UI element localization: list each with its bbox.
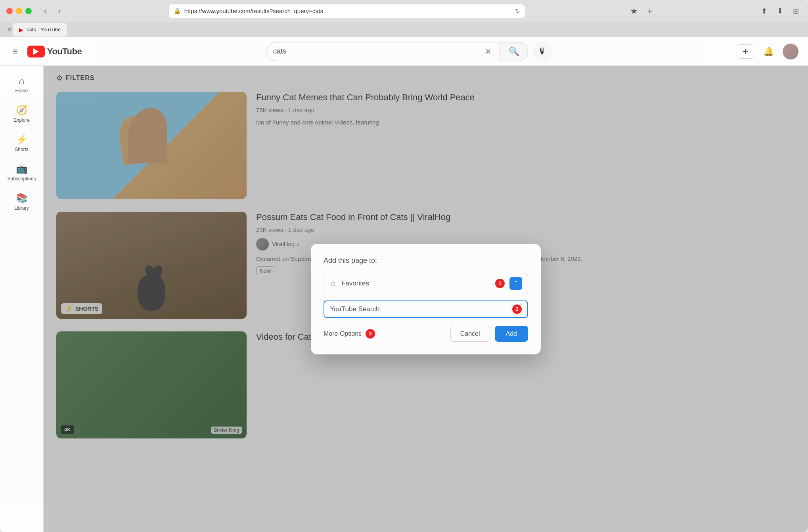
url-bar[interactable]: 🔒 https://www.youtube.com/results?search… — [168, 4, 525, 18]
hamburger-menu-button[interactable]: ≡ — [10, 43, 21, 60]
forward-button[interactable]: › — [54, 6, 65, 17]
cancel-button[interactable]: Cancel — [450, 326, 490, 342]
sidebar-shorts-label: Shorts — [15, 147, 29, 152]
explore-icon: 🧭 — [16, 105, 28, 116]
modal-overlay[interactable]: Add this page to: ☆ Favorites 1 ⌃ YouTub… — [44, 66, 808, 532]
browser-tab-bar: ✕ ▶ cats - YouTube — [0, 22, 808, 37]
search-submit-button[interactable]: 🔍 — [500, 42, 528, 61]
modal-actions: More Options 3 Cancel Add — [324, 326, 528, 342]
star-icon: ☆ — [329, 279, 337, 288]
sidebar-home-label: Home — [15, 88, 28, 94]
tab-favicon: ▶ — [19, 27, 23, 33]
create-video-button[interactable]: + — [737, 44, 754, 59]
modal-title: Add this page to: — [324, 256, 528, 265]
user-avatar[interactable] — [783, 44, 798, 59]
traffic-lights — [6, 8, 32, 14]
maximize-traffic-light[interactable] — [25, 8, 32, 14]
library-icon: 📚 — [16, 193, 28, 204]
yt-logo[interactable]: YouTube — [27, 46, 82, 57]
favorites-dropdown[interactable]: ☆ Favorites 1 ⌃ — [324, 273, 528, 294]
sidebar-subscriptions-label: Subscriptions — [7, 176, 36, 182]
shorts-icon: ⚡ — [16, 134, 28, 145]
youtube-app: ≡ YouTube ✕ 🔍 🎙 + 🔔 — [0, 37, 808, 532]
url-text[interactable]: https://www.youtube.com/results?search_q… — [184, 8, 324, 14]
tab-sidebar-toggle[interactable]: ✕ — [6, 27, 13, 33]
sidebar-item-subscriptions[interactable]: 📺 Subscriptions — [4, 159, 40, 186]
browser-titlebar: ‹ › 🔒 https://www.youtube.com/results?se… — [0, 0, 808, 22]
header-actions: + 🔔 — [737, 42, 798, 61]
tab-title: cats - YouTube — [27, 27, 61, 33]
sidebar-item-library[interactable]: 📚 Library — [4, 188, 40, 216]
active-tab[interactable]: ▶ cats - YouTube — [13, 23, 67, 36]
step-3-badge: 3 — [366, 329, 375, 339]
bookmark-name-input-wrapper[interactable]: YouTube Search 2 — [324, 300, 528, 318]
modal-dialog: Add this page to: ☆ Favorites 1 ⌃ YouTub… — [311, 244, 541, 354]
lock-icon: 🔒 — [174, 8, 181, 15]
yt-logo-icon — [27, 46, 45, 57]
browser-nav: ‹ › — [40, 6, 65, 17]
sidebar-item-explore[interactable]: 🧭 Explore — [4, 100, 40, 128]
yt-header: ≡ YouTube ✕ 🔍 🎙 + 🔔 — [0, 37, 808, 66]
sidebar-library-label: Library — [14, 205, 29, 211]
search-input[interactable] — [273, 47, 483, 55]
browser-window: ‹ › 🔒 https://www.youtube.com/results?se… — [0, 0, 808, 532]
bookmark-icon[interactable]: ★ — [628, 6, 640, 17]
reload-icon[interactable]: ↻ — [515, 8, 520, 15]
modal-button-group: Cancel Add — [450, 326, 528, 342]
close-traffic-light[interactable] — [6, 8, 13, 14]
sidebar-item-home[interactable]: ⌂ Home — [4, 71, 40, 98]
more-options-button[interactable]: More Options 3 — [324, 329, 375, 339]
voice-search-button[interactable]: 🎙 — [533, 42, 552, 61]
sidebar-item-shorts[interactable]: ⚡ Shorts — [4, 129, 40, 157]
bookmark-name-row: YouTube Search 2 — [324, 300, 528, 318]
search-bar: ✕ 🔍 🎙 — [266, 42, 552, 61]
download-icon[interactable]: ⬇ — [775, 6, 786, 17]
home-icon: ⌂ — [19, 75, 25, 86]
more-options-label: More Options — [324, 330, 362, 337]
sidebar-explore-label: Explore — [13, 117, 30, 123]
share-icon[interactable]: ⬆ — [759, 6, 770, 17]
favorites-label: Favorites — [341, 279, 490, 287]
yt-logo-text: YouTube — [47, 46, 82, 57]
search-input-wrap: ✕ — [266, 42, 500, 61]
notifications-button[interactable]: 🔔 — [759, 42, 778, 61]
dropdown-arrow-icon[interactable]: ⌃ — [509, 277, 522, 290]
step-1-badge: 1 — [495, 279, 505, 288]
add-tab-button[interactable]: ＋ — [644, 6, 655, 17]
step-2-badge: 2 — [512, 304, 522, 314]
back-button[interactable]: ‹ — [40, 6, 51, 17]
search-clear-button[interactable]: ✕ — [483, 45, 493, 58]
yt-content: ⚙ FILTERS Funny Cat Memes that Ca — [44, 66, 808, 532]
sidebar: ⌂ Home 🧭 Explore ⚡ Shorts 📺 Subscription… — [0, 66, 44, 532]
add-button[interactable]: Add — [495, 326, 528, 342]
minimize-traffic-light[interactable] — [16, 8, 22, 14]
subscriptions-icon: 📺 — [16, 163, 28, 174]
bookmark-name-input-value[interactable]: YouTube Search — [330, 305, 508, 313]
grid-icon[interactable]: ⊞ — [791, 6, 802, 17]
yt-main: ⌂ Home 🧭 Explore ⚡ Shorts 📺 Subscription… — [0, 66, 808, 532]
